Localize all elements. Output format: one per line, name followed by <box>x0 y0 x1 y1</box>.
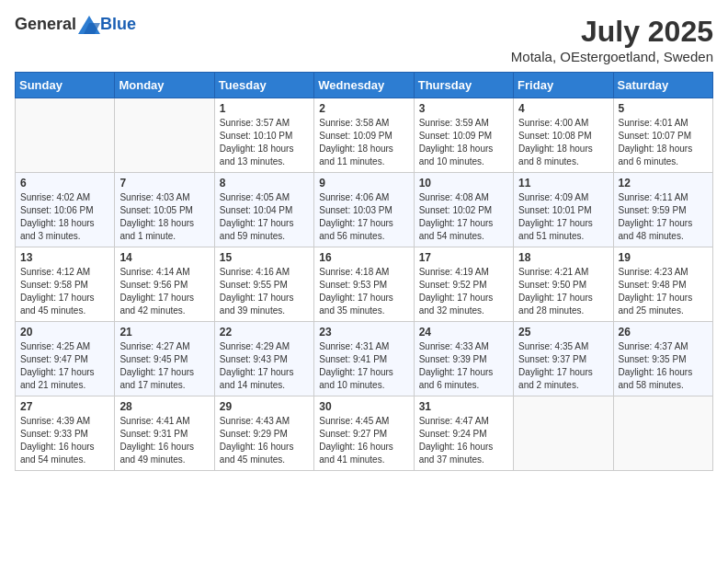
calendar-cell <box>613 396 712 471</box>
day-number: 16 <box>319 251 408 264</box>
day-info: Sunrise: 4:08 AM Sunset: 10:02 PM Daylig… <box>419 191 508 243</box>
day-number: 8 <box>220 177 309 190</box>
calendar-week-row: 27Sunrise: 4:39 AM Sunset: 9:33 PM Dayli… <box>16 396 713 471</box>
calendar-cell: 7Sunrise: 4:03 AM Sunset: 10:05 PM Dayli… <box>115 173 214 247</box>
calendar-cell <box>16 98 115 173</box>
calendar-week-row: 20Sunrise: 4:25 AM Sunset: 9:47 PM Dayli… <box>16 322 713 396</box>
day-number: 20 <box>20 326 109 339</box>
calendar-cell: 17Sunrise: 4:19 AM Sunset: 9:52 PM Dayli… <box>414 247 513 322</box>
calendar-cell: 30Sunrise: 4:45 AM Sunset: 9:27 PM Dayli… <box>314 396 414 471</box>
weekday-header-friday: Friday <box>514 73 613 98</box>
day-number: 2 <box>319 102 408 115</box>
day-number: 9 <box>319 177 408 190</box>
weekday-header-tuesday: Tuesday <box>214 73 313 98</box>
calendar-cell: 18Sunrise: 4:21 AM Sunset: 9:50 PM Dayli… <box>514 247 613 322</box>
logo-general: General <box>15 15 76 34</box>
weekday-header-wednesday: Wednesday <box>314 73 414 98</box>
day-info: Sunrise: 4:41 AM Sunset: 9:31 PM Dayligh… <box>119 415 209 466</box>
calendar-cell: 21Sunrise: 4:27 AM Sunset: 9:45 PM Dayli… <box>115 322 214 396</box>
day-info: Sunrise: 4:12 AM Sunset: 9:58 PM Dayligh… <box>20 266 109 317</box>
day-number: 15 <box>220 251 309 264</box>
calendar-cell: 14Sunrise: 4:14 AM Sunset: 9:56 PM Dayli… <box>115 247 214 322</box>
calendar-week-row: 6Sunrise: 4:02 AM Sunset: 10:06 PM Dayli… <box>16 173 713 247</box>
day-number: 27 <box>20 400 109 413</box>
day-number: 24 <box>419 326 508 339</box>
calendar-cell: 23Sunrise: 4:31 AM Sunset: 9:41 PM Dayli… <box>314 322 414 396</box>
calendar-cell: 22Sunrise: 4:29 AM Sunset: 9:43 PM Dayli… <box>214 322 313 396</box>
day-number: 7 <box>119 177 209 190</box>
day-info: Sunrise: 4:11 AM Sunset: 9:59 PM Dayligh… <box>619 191 708 243</box>
day-number: 11 <box>518 177 608 190</box>
day-info: Sunrise: 4:02 AM Sunset: 10:06 PM Daylig… <box>20 191 109 243</box>
calendar-cell: 3Sunrise: 3:59 AM Sunset: 10:09 PM Dayli… <box>414 98 513 173</box>
day-info: Sunrise: 4:01 AM Sunset: 10:07 PM Daylig… <box>619 117 708 168</box>
calendar-cell: 2Sunrise: 3:58 AM Sunset: 10:09 PM Dayli… <box>314 98 414 173</box>
calendar-cell: 8Sunrise: 4:05 AM Sunset: 10:04 PM Dayli… <box>214 173 313 247</box>
calendar-cell: 26Sunrise: 4:37 AM Sunset: 9:35 PM Dayli… <box>613 322 712 396</box>
day-number: 6 <box>20 177 109 190</box>
calendar-cell: 10Sunrise: 4:08 AM Sunset: 10:02 PM Dayl… <box>414 173 513 247</box>
calendar-cell: 28Sunrise: 4:41 AM Sunset: 9:31 PM Dayli… <box>115 396 214 471</box>
location-title: Motala, OEstergoetland, Sweden <box>511 49 713 64</box>
day-info: Sunrise: 4:19 AM Sunset: 9:52 PM Dayligh… <box>419 266 508 317</box>
day-number: 17 <box>419 251 508 264</box>
day-info: Sunrise: 4:21 AM Sunset: 9:50 PM Dayligh… <box>518 266 608 317</box>
day-number: 10 <box>419 177 508 190</box>
day-number: 4 <box>518 102 608 115</box>
day-number: 1 <box>220 102 309 115</box>
day-info: Sunrise: 4:31 AM Sunset: 9:41 PM Dayligh… <box>319 340 408 392</box>
day-number: 23 <box>319 326 408 339</box>
day-info: Sunrise: 4:43 AM Sunset: 9:29 PM Dayligh… <box>220 415 309 466</box>
calendar-cell: 12Sunrise: 4:11 AM Sunset: 9:59 PM Dayli… <box>613 173 712 247</box>
day-number: 25 <box>518 326 608 339</box>
day-info: Sunrise: 3:57 AM Sunset: 10:10 PM Daylig… <box>220 117 309 168</box>
calendar-cell: 24Sunrise: 4:33 AM Sunset: 9:39 PM Dayli… <box>414 322 513 396</box>
calendar-cell: 11Sunrise: 4:09 AM Sunset: 10:01 PM Dayl… <box>514 173 613 247</box>
day-info: Sunrise: 4:05 AM Sunset: 10:04 PM Daylig… <box>220 191 309 243</box>
day-info: Sunrise: 4:33 AM Sunset: 9:39 PM Dayligh… <box>419 340 508 392</box>
calendar-cell: 27Sunrise: 4:39 AM Sunset: 9:33 PM Dayli… <box>16 396 115 471</box>
day-info: Sunrise: 4:06 AM Sunset: 10:03 PM Daylig… <box>319 191 408 243</box>
calendar-week-row: 1Sunrise: 3:57 AM Sunset: 10:10 PM Dayli… <box>16 98 713 173</box>
day-info: Sunrise: 4:09 AM Sunset: 10:01 PM Daylig… <box>518 191 608 243</box>
weekday-header-sunday: Sunday <box>16 73 115 98</box>
day-info: Sunrise: 4:25 AM Sunset: 9:47 PM Dayligh… <box>20 340 109 392</box>
day-number: 5 <box>619 102 708 115</box>
day-info: Sunrise: 4:45 AM Sunset: 9:27 PM Dayligh… <box>319 415 408 466</box>
page-header: General Blue July 2025 Motala, OEstergoe… <box>15 15 713 64</box>
day-info: Sunrise: 4:23 AM Sunset: 9:48 PM Dayligh… <box>619 266 708 317</box>
day-info: Sunrise: 4:47 AM Sunset: 9:24 PM Dayligh… <box>419 415 508 466</box>
day-number: 22 <box>220 326 309 339</box>
day-info: Sunrise: 4:18 AM Sunset: 9:53 PM Dayligh… <box>319 266 408 317</box>
day-number: 31 <box>419 400 508 413</box>
day-info: Sunrise: 4:39 AM Sunset: 9:33 PM Dayligh… <box>20 415 109 466</box>
calendar-week-row: 13Sunrise: 4:12 AM Sunset: 9:58 PM Dayli… <box>16 247 713 322</box>
day-number: 3 <box>419 102 508 115</box>
calendar-cell <box>115 98 214 173</box>
day-info: Sunrise: 4:27 AM Sunset: 9:45 PM Dayligh… <box>119 340 209 392</box>
calendar-cell: 4Sunrise: 4:00 AM Sunset: 10:08 PM Dayli… <box>514 98 613 173</box>
day-number: 12 <box>619 177 708 190</box>
calendar-cell: 6Sunrise: 4:02 AM Sunset: 10:06 PM Dayli… <box>16 173 115 247</box>
day-info: Sunrise: 4:37 AM Sunset: 9:35 PM Dayligh… <box>619 340 708 392</box>
weekday-header-saturday: Saturday <box>613 73 712 98</box>
day-number: 28 <box>119 400 209 413</box>
logo-blue: Blue <box>100 15 136 34</box>
day-number: 14 <box>119 251 209 264</box>
calendar-cell: 31Sunrise: 4:47 AM Sunset: 9:24 PM Dayli… <box>414 396 513 471</box>
day-info: Sunrise: 4:14 AM Sunset: 9:56 PM Dayligh… <box>119 266 209 317</box>
day-info: Sunrise: 4:00 AM Sunset: 10:08 PM Daylig… <box>518 117 608 168</box>
weekday-header-monday: Monday <box>115 73 214 98</box>
day-number: 29 <box>220 400 309 413</box>
day-number: 13 <box>20 251 109 264</box>
calendar-table: SundayMondayTuesdayWednesdayThursdayFrid… <box>15 72 713 471</box>
calendar-cell: 29Sunrise: 4:43 AM Sunset: 9:29 PM Dayli… <box>214 396 313 471</box>
day-number: 18 <box>518 251 608 264</box>
day-info: Sunrise: 4:03 AM Sunset: 10:05 PM Daylig… <box>119 191 209 243</box>
calendar-cell: 1Sunrise: 3:57 AM Sunset: 10:10 PM Dayli… <box>214 98 313 173</box>
day-number: 26 <box>619 326 708 339</box>
calendar-cell: 15Sunrise: 4:16 AM Sunset: 9:55 PM Dayli… <box>214 247 313 322</box>
weekday-header-thursday: Thursday <box>414 73 513 98</box>
calendar-cell: 20Sunrise: 4:25 AM Sunset: 9:47 PM Dayli… <box>16 322 115 396</box>
day-number: 30 <box>319 400 408 413</box>
